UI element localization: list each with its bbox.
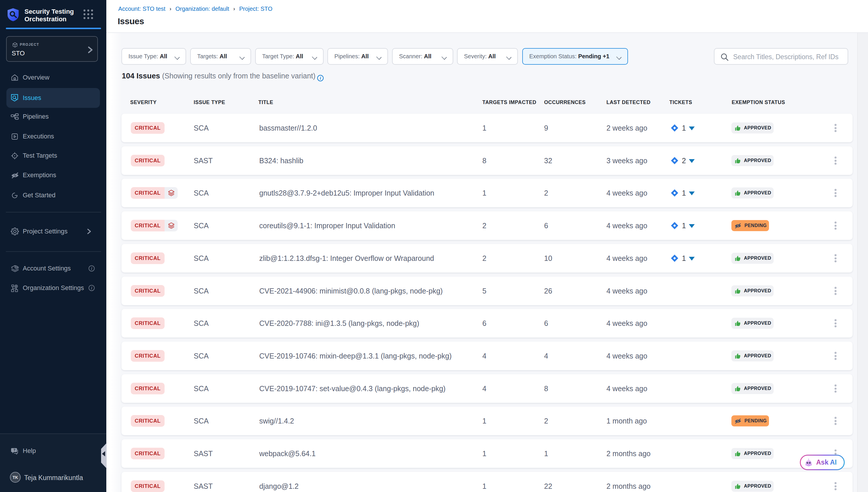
svg-text:?: ? — [14, 448, 16, 452]
